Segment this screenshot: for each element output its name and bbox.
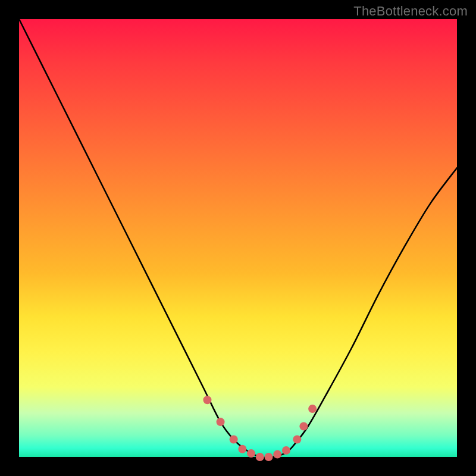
trough-marker <box>217 418 225 426</box>
trough-marker <box>265 453 273 461</box>
trough-markers <box>203 396 317 461</box>
chart-plot-area <box>19 19 457 457</box>
trough-marker <box>282 446 290 455</box>
bottleneck-curve <box>19 19 457 458</box>
trough-marker <box>238 445 246 453</box>
trough-marker <box>256 453 264 461</box>
trough-marker <box>203 396 211 404</box>
trough-marker <box>293 436 301 444</box>
watermark-label: TheBottleneck.com <box>353 4 468 19</box>
chart-svg <box>19 19 457 457</box>
trough-marker <box>230 436 238 444</box>
trough-marker <box>299 422 308 430</box>
chart-frame: TheBottleneck.com <box>0 0 476 476</box>
trough-marker <box>308 405 317 413</box>
trough-marker <box>273 450 281 459</box>
trough-marker <box>247 449 255 458</box>
